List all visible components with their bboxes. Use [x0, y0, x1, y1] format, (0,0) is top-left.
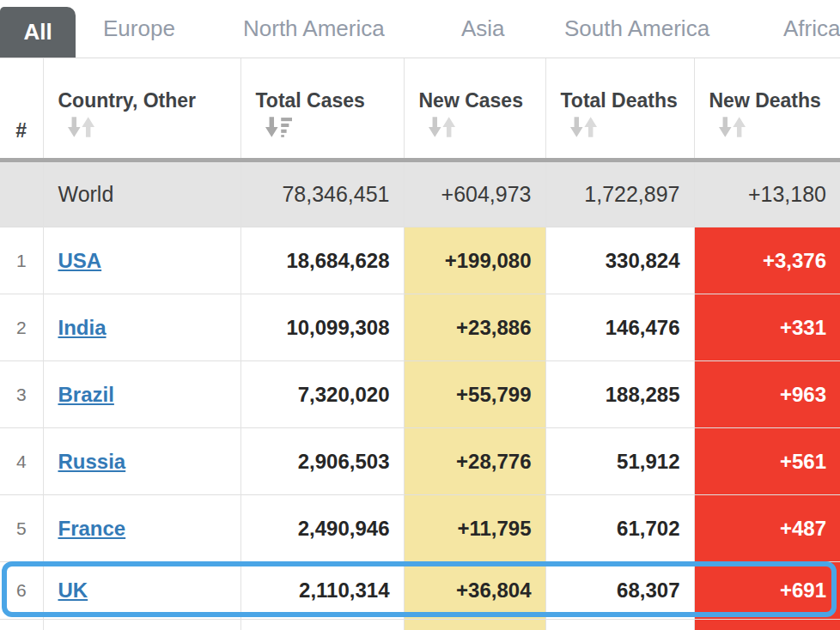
table-row-russia: 4 Russia 2,906,503 +28,776 51,912 +561 [0, 428, 840, 495]
new-cases-cell: +604,973 [404, 161, 545, 227]
header-total-cases[interactable]: Total Cases [240, 58, 404, 161]
tab-south-america-label: South America [564, 15, 709, 42]
country-cell: France [43, 495, 240, 562]
new-deaths-cell: +691 [694, 562, 840, 620]
country-link-russia[interactable]: Russia [58, 450, 126, 473]
new-deaths-cell: +561 [694, 428, 840, 495]
header-total-cases-label: Total Cases [256, 89, 365, 112]
header-new-cases-label: New Cases [419, 89, 523, 112]
rank-cell: 1 [0, 227, 43, 294]
tab-all-label: All [23, 19, 52, 45]
total-cases-cell [240, 620, 404, 630]
rank-cell: 2 [0, 294, 43, 361]
continent-tabbar: All Europe North America Asia South Amer… [0, 0, 840, 58]
new-deaths-cell [694, 620, 840, 630]
country-cell: Brazil [43, 361, 240, 428]
country-link-usa[interactable]: USA [58, 249, 102, 272]
country-cell: Russia [43, 428, 240, 495]
tab-africa[interactable]: Africa [783, 0, 840, 58]
covid-stats-table: # Country, Other Total Cases [0, 58, 840, 630]
header-new-cases[interactable]: New Cases [404, 58, 545, 161]
new-cases-cell: +55,799 [404, 361, 545, 428]
sort-descending-active-icon[interactable] [265, 117, 292, 145]
worldometer-coronavirus-table-screen: All Europe North America Asia South Amer… [0, 0, 840, 630]
total-cases-cell: 2,110,314 [240, 562, 404, 620]
table-row-brazil: 3 Brazil 7,320,020 +55,799 188,285 +963 [0, 361, 840, 428]
total-cases-cell: 10,099,308 [240, 294, 404, 361]
total-cases-cell: 2,906,503 [240, 428, 404, 495]
country-cell: UK [43, 562, 240, 620]
tab-europe-label: Europe [103, 15, 175, 42]
header-country[interactable]: Country, Other [43, 58, 240, 161]
rank-cell: 4 [0, 428, 43, 495]
header-country-label: Country, Other [58, 89, 197, 112]
total-deaths-cell: 51,912 [545, 428, 694, 495]
header-rank: # [0, 58, 43, 161]
total-deaths-cell: 68,307 [545, 562, 694, 620]
rank-cell: 5 [0, 495, 43, 562]
total-deaths-cell: 188,285 [545, 361, 694, 428]
tab-asia[interactable]: Asia [461, 0, 505, 58]
total-cases-cell: 2,490,946 [240, 495, 404, 562]
table-header: # Country, Other Total Cases [0, 58, 840, 161]
sort-both-icon[interactable] [68, 117, 94, 145]
header-new-deaths[interactable]: New Deaths [694, 58, 840, 161]
new-deaths-cell: +963 [694, 361, 840, 428]
country-cell [43, 620, 240, 630]
new-cases-cell: +199,080 [404, 227, 545, 294]
tab-asia-label: Asia [461, 15, 505, 42]
country-link-france[interactable]: France [58, 517, 126, 540]
sort-both-icon[interactable] [570, 117, 597, 145]
tab-north-america[interactable]: North America [243, 0, 385, 58]
sort-both-icon[interactable] [719, 117, 746, 145]
header-total-deaths[interactable]: Total Deaths [545, 58, 694, 161]
total-cases-cell: 7,320,020 [240, 361, 404, 428]
new-cases-cell [404, 620, 545, 630]
tab-africa-label: Africa [783, 15, 840, 42]
total-deaths-cell: 1,722,897 [545, 161, 694, 227]
total-deaths-cell: 61,702 [545, 495, 694, 562]
header-new-deaths-label: New Deaths [709, 89, 821, 112]
total-cases-cell: 78,346,451 [240, 161, 404, 227]
header-rank-label: # [15, 119, 27, 142]
tab-north-america-label: North America [243, 15, 385, 42]
country-link-uk[interactable]: UK [58, 579, 88, 602]
tab-all[interactable]: All [0, 7, 76, 58]
total-deaths-cell: 330,824 [545, 227, 694, 294]
tab-europe[interactable]: Europe [103, 0, 175, 58]
table-row-india: 2 India 10,099,308 +23,886 146,476 +331 [0, 294, 840, 361]
world-label-cell: World [43, 161, 240, 227]
new-cases-cell: +11,795 [404, 495, 545, 562]
rank-cell: 3 [0, 361, 43, 428]
new-deaths-cell: +3,376 [694, 227, 840, 294]
table-row-usa: 1 USA 18,684,628 +199,080 330,824 +3,376 [0, 227, 840, 294]
total-cases-cell: 18,684,628 [240, 227, 404, 294]
total-deaths-cell [545, 620, 694, 630]
tab-south-america[interactable]: South America [564, 0, 709, 58]
rank-cell [0, 620, 43, 630]
header-total-deaths-label: Total Deaths [561, 89, 678, 112]
rank-cell: 6 [0, 562, 43, 620]
table-row-france: 5 France 2,490,946 +11,795 61,702 +487 [0, 495, 840, 562]
country-cell: USA [43, 227, 240, 294]
new-cases-cell: +28,776 [404, 428, 545, 495]
world-row: World 78,346,451 +604,973 1,722,897 +13,… [0, 161, 840, 227]
total-deaths-cell: 146,476 [545, 294, 694, 361]
rank-cell [0, 161, 43, 227]
new-deaths-cell: +331 [694, 294, 840, 361]
new-cases-cell: +36,804 [404, 562, 545, 620]
new-cases-cell: +23,886 [404, 294, 545, 361]
table-row-uk-highlighted: 6 UK 2,110,314 +36,804 68,307 +691 [0, 562, 840, 620]
new-deaths-cell: +487 [694, 495, 840, 562]
new-deaths-cell: +13,180 [694, 161, 840, 227]
country-link-brazil[interactable]: Brazil [58, 383, 114, 406]
table-row-partial [0, 620, 840, 630]
country-link-india[interactable]: India [58, 316, 107, 339]
country-cell: India [43, 294, 240, 361]
sort-both-icon[interactable] [429, 117, 455, 145]
